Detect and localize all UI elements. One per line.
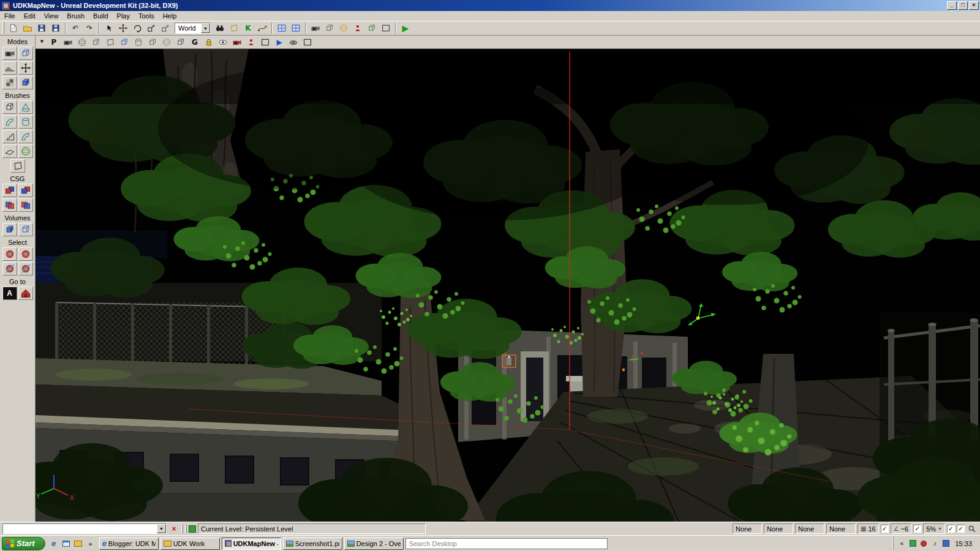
curved-staircase-brush-button[interactable] [2, 115, 17, 129]
cube-brush-button[interactable] [2, 100, 17, 114]
clear-button[interactable]: × [168, 523, 179, 534]
drag-grid-checkbox[interactable]: ✓ [881, 525, 889, 533]
menu-build[interactable]: Build [89, 12, 112, 20]
csg-subtract-button[interactable] [18, 184, 33, 197]
autosave-checkbox[interactable]: ✓ [947, 525, 955, 533]
quicklaunch-overflow-chevron[interactable]: » [85, 538, 96, 549]
new-map-button[interactable] [7, 22, 20, 34]
scale-snap-field[interactable]: 5% ▼ [923, 523, 945, 534]
translate-mode-button[interactable] [18, 61, 33, 75]
goto-builder-brush-button[interactable] [18, 287, 33, 300]
sheet-brush-button[interactable] [2, 144, 17, 158]
statusbar-grip[interactable] [181, 525, 183, 533]
task-button-udkmapnew[interactable]: UDKMapNew -... [222, 538, 281, 550]
open-map-button[interactable] [21, 22, 34, 34]
viewport-layout-1-button[interactable] [275, 22, 288, 34]
add-volume-button[interactable] [2, 223, 17, 236]
save-all-button[interactable] [49, 22, 62, 34]
select-inside-button[interactable] [2, 247, 17, 261]
chevron-down-icon[interactable]: ▼ [201, 23, 210, 33]
menu-edit[interactable]: Edit [20, 12, 40, 20]
goto-actor-button[interactable]: A [2, 287, 17, 300]
possess-player-button[interactable] [244, 36, 258, 48]
unlit-view-button[interactable] [89, 36, 103, 48]
card-brush-button[interactable] [10, 159, 25, 173]
scale-tool-button[interactable] [145, 22, 158, 34]
select-touching-button[interactable] [18, 247, 33, 261]
add-volume-wire-button[interactable] [18, 223, 33, 236]
cone-brush-button[interactable] [18, 100, 33, 114]
scale-nonuniform-tool-button[interactable] [159, 22, 172, 34]
show-flags-button[interactable] [216, 36, 230, 48]
perspective-view-button[interactable]: P [47, 36, 61, 48]
camera-button[interactable] [309, 22, 322, 34]
build-paths-button[interactable] [351, 22, 364, 34]
perspective-viewport[interactable]: Y X [36, 49, 980, 522]
search-desktop-input[interactable] [405, 538, 608, 549]
internet-explorer-icon[interactable]: e [48, 538, 59, 549]
minimize-button[interactable]: _ [947, 1, 957, 10]
task-button-blogger[interactable]: e Blogger: UDK M... [99, 538, 159, 550]
translate-tool-button[interactable] [116, 22, 130, 34]
tray-collapse-chevron[interactable]: « [897, 539, 906, 548]
menu-file[interactable]: File [0, 12, 20, 20]
deselect-all-button[interactable] [18, 262, 33, 276]
rotation-grid-field[interactable]: ∠ ~6 [891, 523, 912, 534]
sphere-brush-button[interactable] [18, 144, 33, 158]
spiral-staircase-brush-button[interactable] [18, 130, 33, 143]
wireframe-view-button[interactable] [75, 36, 89, 48]
curve-editor-button[interactable] [255, 22, 269, 34]
detail-lighting-button[interactable] [118, 36, 131, 48]
csg-deintersect-button[interactable] [18, 198, 33, 212]
alert-tray-icon[interactable] [919, 539, 928, 548]
play-in-editor-button[interactable]: ▶ [399, 22, 412, 34]
build-geometry-button[interactable] [323, 22, 336, 34]
statusbar-combo[interactable]: ▼ [2, 523, 167, 534]
close-button[interactable]: × [969, 1, 979, 10]
texture-mode-button[interactable] [2, 76, 17, 89]
full-screen-button[interactable] [301, 36, 314, 48]
kismet-button[interactable]: K [241, 22, 255, 34]
maximize-viewport-button[interactable] [258, 36, 272, 48]
task-button-design2[interactable]: Design 2 - Over... [344, 538, 404, 550]
task-button-udk-work[interactable]: UDK Work [160, 538, 220, 550]
menu-play[interactable]: Play [113, 12, 134, 20]
window-titlebar[interactable]: UDKMapNew - Unreal Development Kit (32-b… [0, 0, 980, 11]
menu-brush[interactable]: Brush [62, 12, 89, 20]
drag-grid-field[interactable]: ▦ 16 [858, 523, 879, 534]
content-browser-button[interactable] [227, 22, 241, 34]
lit-view-button[interactable] [104, 36, 117, 48]
save-button[interactable] [35, 22, 48, 34]
mesh-paint-mode-button[interactable] [18, 76, 33, 89]
realtime-playback-button[interactable]: ▶ [273, 36, 286, 48]
build-all-button[interactable] [365, 22, 379, 34]
menu-tools[interactable]: Tools [134, 12, 159, 20]
rotation-grid-checkbox[interactable]: ✓ [913, 525, 921, 533]
show-desktop-icon[interactable] [61, 538, 72, 549]
viewport-options-dropdown[interactable]: ▼ [37, 36, 47, 48]
rotate-tool-button[interactable] [130, 22, 144, 34]
lighting-only-button[interactable] [132, 36, 145, 48]
maximize-button[interactable]: □ [958, 1, 968, 10]
preview-frame-button[interactable] [379, 22, 393, 34]
toolbar-grip[interactable] [2, 23, 4, 34]
terrain-mode-button[interactable] [2, 61, 17, 75]
csg-intersect-button[interactable] [2, 198, 17, 212]
search-button[interactable] [213, 22, 227, 34]
redo-button[interactable]: ↷ [83, 22, 96, 34]
statusbar-grip[interactable] [185, 525, 187, 533]
chevron-down-icon[interactable]: ▼ [157, 524, 166, 533]
shader-complexity-button[interactable] [146, 36, 159, 48]
geometry-mode-button[interactable] [18, 47, 33, 60]
zoom-button[interactable] [967, 523, 978, 534]
viewport-layout-2-button[interactable] [289, 22, 303, 34]
menu-help[interactable]: Help [159, 12, 181, 20]
lock-to-camera-button[interactable] [230, 36, 244, 48]
antivirus-tray-icon[interactable] [908, 539, 917, 548]
task-button-screenshot[interactable]: Screenshot1.pn... [283, 538, 342, 550]
camera-speed-button[interactable] [61, 36, 75, 48]
select-tool-button[interactable] [102, 22, 116, 34]
display-tray-icon[interactable] [941, 539, 950, 548]
start-button[interactable]: Start [2, 537, 45, 550]
snap-checkbox[interactable]: ✓ [957, 525, 965, 533]
